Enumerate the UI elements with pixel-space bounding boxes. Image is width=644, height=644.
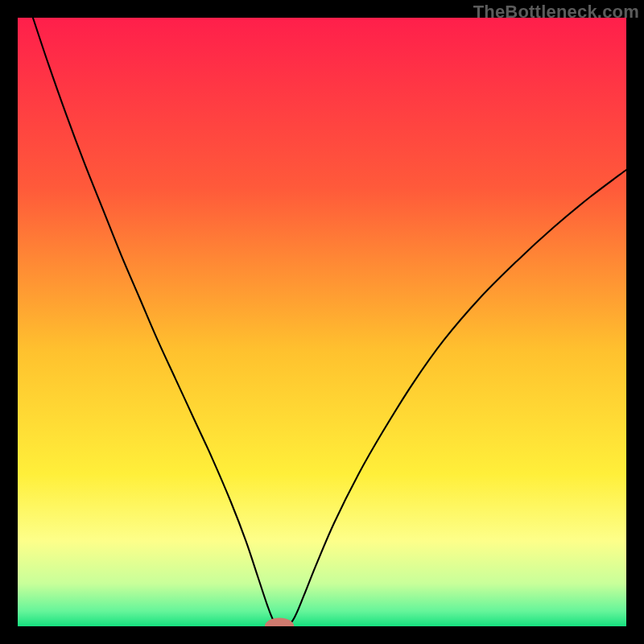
- gradient-background: [18, 18, 626, 626]
- chart-frame: TheBottleneck.com: [0, 0, 644, 644]
- plot-area: [18, 18, 626, 626]
- chart-svg: [18, 18, 626, 626]
